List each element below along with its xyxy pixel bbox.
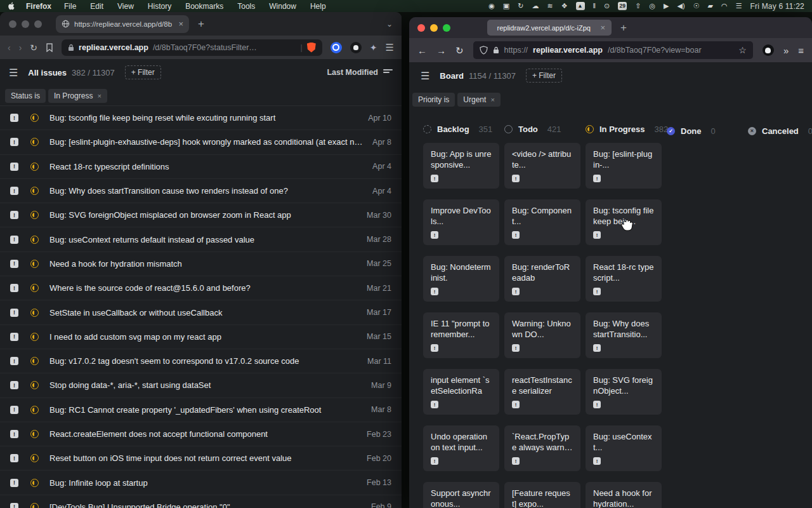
filter-chip[interactable]: Status is	[5, 89, 46, 103]
filter-chip[interactable]: Priority is	[412, 93, 455, 107]
window-controls[interactable]	[9, 20, 42, 28]
back-button[interactable]: ←	[417, 46, 427, 55]
board-card[interactable]: Bug: renderToReadab!	[504, 256, 580, 302]
display-icon[interactable]: ▣	[503, 3, 509, 10]
password-manager-icon[interactable]	[331, 42, 342, 53]
close-window-button[interactable]	[417, 24, 425, 32]
board-card[interactable]: Warning: Unknown DO...!	[504, 312, 580, 358]
issue-row[interactable]: !Reset button on iOS time input does not…	[0, 446, 402, 471]
sidebar-menu-icon[interactable]: ☰	[9, 67, 18, 79]
menu-edit[interactable]: Edit	[90, 2, 103, 11]
issue-row[interactable]: !I need to add custom svg map on my reac…	[0, 325, 402, 349]
menu-help[interactable]: Help	[310, 2, 326, 11]
window-manager-icon[interactable]: ‖	[593, 3, 596, 10]
timer-icon[interactable]: ⊙	[604, 3, 610, 10]
issue-row[interactable]: !Bug: useContext returns default instead…	[0, 227, 402, 251]
record-icon[interactable]: ◉	[488, 3, 495, 10]
issue-row[interactable]: !Bug: tsconfig file keep being reset whi…	[0, 106, 402, 130]
close-window-button[interactable]	[9, 20, 16, 28]
new-tab-button[interactable]: +	[198, 18, 204, 30]
reload-button[interactable]: ↻	[30, 43, 37, 52]
board-card[interactable]: React 18-rc typescript...!	[586, 256, 662, 302]
minimize-window-button[interactable]	[22, 20, 29, 28]
github-profile-icon[interactable]	[350, 42, 362, 53]
tab-list-chevron-icon[interactable]: ⌄	[386, 20, 393, 29]
issue-row[interactable]: !SetState in useCallback or without useC…	[0, 300, 402, 324]
issue-row[interactable]: !Bug: Infinite loop at startupFeb 13	[0, 471, 402, 495]
close-icon[interactable]: ×	[97, 92, 101, 100]
board-card[interactable]: Bug: SVG foreignObject...!	[586, 369, 662, 415]
browser-menu-icon[interactable]: ☰	[386, 42, 394, 53]
close-tab-icon[interactable]: ×	[600, 23, 605, 32]
menu-tools[interactable]: Tools	[237, 2, 255, 11]
add-filter-button[interactable]: + Filter	[526, 69, 562, 83]
docker-icon[interactable]: ≋	[547, 3, 553, 10]
extensions-icon[interactable]: ✦	[370, 43, 377, 53]
url-bar[interactable]: https://repliear.vercel.app/d/8bTaoq7F0e…	[473, 41, 753, 59]
github-profile-icon[interactable]	[763, 44, 774, 56]
wifi-icon[interactable]: ◠	[721, 3, 728, 10]
close-icon[interactable]: ×	[490, 96, 494, 104]
bookmark-star-icon[interactable]: ☆	[738, 45, 747, 55]
calendar-icon[interactable]: 29	[618, 2, 627, 10]
back-button[interactable]: ‹	[8, 43, 11, 52]
board-card[interactable]: `React.PropType always warns ab!	[504, 425, 580, 471]
board-card[interactable]: input element `setSelectionRa!	[423, 369, 499, 415]
board-card[interactable]: Improve DevTools...!	[423, 199, 499, 245]
menu-bookmarks[interactable]: Bookmarks	[185, 2, 223, 11]
overflow-chevrons-icon[interactable]: »	[783, 46, 789, 55]
close-tab-icon[interactable]: ×	[178, 19, 183, 29]
window-controls[interactable]	[417, 24, 450, 32]
brave-shield-icon[interactable]	[307, 43, 316, 53]
menubar-clock[interactable]: Fri May 6 11:22	[750, 2, 804, 11]
forward-button[interactable]: →	[436, 46, 446, 55]
sort-control[interactable]: Last Modified	[327, 68, 393, 77]
issue-row[interactable]: !Bug: Why does startTransition cause two…	[0, 179, 402, 203]
issue-row[interactable]: !Bug: [eslint-plugin-exhaustive-deps] ho…	[0, 130, 402, 154]
new-tab-button[interactable]: +	[620, 22, 627, 34]
menu-window[interactable]: Window	[269, 2, 296, 11]
issue-row[interactable]: !Bug: SVG foreignObject misplaced on bro…	[0, 203, 402, 227]
board-card[interactable]: Bug: Why does startTransitio...!	[586, 312, 662, 358]
assistant-icon[interactable]: ☉	[693, 3, 700, 10]
url-bar[interactable]: repliear.vercel.app /d/8bTaoq7F0e?status…	[62, 39, 322, 56]
issue-row[interactable]: !Need a hook for hydration mismatchMar 2…	[0, 252, 402, 276]
apple-menu-icon[interactable]	[8, 1, 16, 11]
board-card[interactable]: Bug: App is unresponsive...!	[423, 143, 499, 189]
control-center-icon[interactable]: ☰	[736, 3, 742, 10]
board-card[interactable]: Support asynchronous...!	[423, 482, 499, 508]
board-card[interactable]: Bug: [eslint-plugin-...!	[586, 143, 662, 189]
volume-icon[interactable]: ◀)	[678, 3, 685, 10]
sync-icon[interactable]: ↻	[518, 3, 523, 10]
cloud-icon[interactable]: ☁	[532, 3, 539, 10]
board-card[interactable]: reactTestInstance serializer!	[504, 369, 580, 415]
issue-row[interactable]: !Stop doing data-*, aria-*, start using …	[0, 373, 402, 398]
menu-app-name[interactable]: Firefox	[26, 2, 51, 11]
browser-tab[interactable]: https://repliear.vercel.app/d/8b ×	[56, 15, 189, 33]
board-card[interactable]: Bug: Component...!	[504, 199, 580, 245]
issue-row[interactable]: !React 18-rc typescript definitionsApr 4	[0, 155, 402, 179]
sidebar-menu-icon[interactable]: ☰	[421, 70, 429, 82]
issue-row[interactable]: !React.createElement does not accept fun…	[0, 422, 402, 446]
issue-row[interactable]: !Bug: RC1 Cannot create property '_updat…	[0, 398, 402, 422]
issue-row[interactable]: !Where is the source code of react@15.6.…	[0, 276, 402, 300]
vercel-icon[interactable]: ▲	[576, 2, 585, 10]
board-card[interactable]: Undo operation on text input...!	[423, 425, 499, 471]
zoom-window-button[interactable]	[443, 24, 450, 32]
filter-chip[interactable]: In Progress×	[48, 89, 107, 103]
power-icon[interactable]: ◎	[649, 3, 655, 10]
browser-tab[interactable]: replidraw2.vercel.app/d/c-iZpq ×	[487, 20, 612, 36]
board-card[interactable]: [Feature request] expo...!	[504, 482, 580, 508]
browser-menu-icon[interactable]: ≡	[798, 46, 804, 55]
filter-chip[interactable]: Urgent×	[457, 93, 500, 107]
board-card[interactable]: Bug: useContext...!	[586, 425, 662, 471]
board-card[interactable]: Bug: Nondeterminist.!	[423, 256, 499, 302]
play-icon[interactable]: ▶	[664, 3, 669, 10]
minimize-window-button[interactable]	[430, 24, 438, 32]
issue-row[interactable]: ![DevTools Bug] Unsupported Bridge opera…	[0, 495, 402, 508]
menu-history[interactable]: History	[148, 2, 171, 11]
zoom-window-button[interactable]	[34, 20, 42, 28]
share-icon[interactable]: ⇧	[635, 3, 641, 10]
bookmark-icon[interactable]	[46, 43, 53, 52]
forward-button[interactable]: ›	[19, 43, 22, 52]
